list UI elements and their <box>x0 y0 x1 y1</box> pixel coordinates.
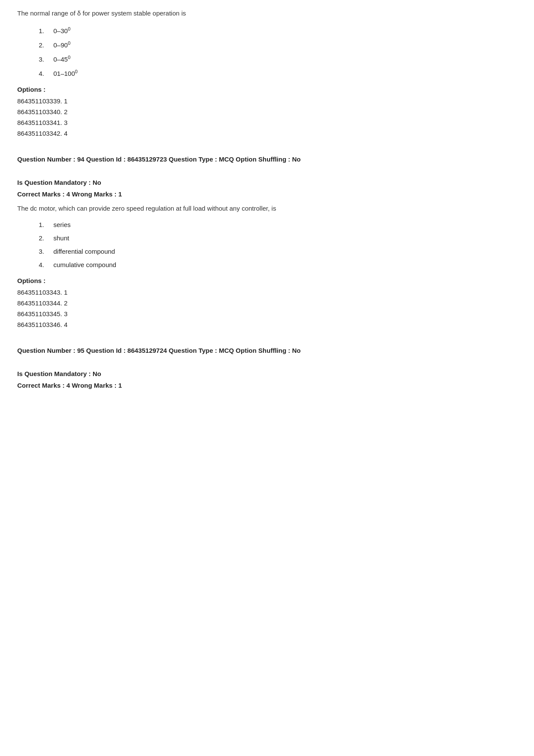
question-93-options-list: 1. 0–300 2. 0–900 3. 0–450 4. 01–1000 <box>39 26 517 77</box>
question-94-section: Question Number : 94 Question Id : 86435… <box>17 154 517 329</box>
option-id-item: 864351103346. 4 <box>17 321 517 328</box>
list-item: 4. 01–1000 <box>39 69 517 77</box>
option-number: 3. <box>39 248 47 255</box>
option-number: 2. <box>39 234 47 242</box>
option-number: 1. <box>39 27 47 34</box>
question-95-meta: Question Number : 95 Question Id : 86435… <box>17 345 517 356</box>
option-text: series <box>53 221 71 228</box>
option-text: 0–300 <box>53 26 71 34</box>
option-id-item: 864351103341. 3 <box>17 119 517 126</box>
option-number: 2. <box>39 41 47 49</box>
list-item: 2. shunt <box>39 234 517 242</box>
option-text: 0–450 <box>53 55 71 63</box>
option-text: 01–1000 <box>53 69 78 77</box>
option-id-item: 864351103345. 3 <box>17 310 517 317</box>
options-label-93: Options : <box>17 86 517 93</box>
options-label-94: Options : <box>17 277 517 284</box>
option-id-item: 864351103343. 1 <box>17 289 517 296</box>
option-text: cumulative compound <box>53 261 116 268</box>
list-item: 2. 0–900 <box>39 40 517 49</box>
option-ids-94: 864351103343. 1 864351103344. 2 86435110… <box>17 289 517 328</box>
option-id-item: 864351103340. 2 <box>17 108 517 115</box>
question-94-options-list: 1. series 2. shunt 3. differential compo… <box>39 221 517 268</box>
option-number: 4. <box>39 70 47 77</box>
question-95-marks: Correct Marks : 4 Wrong Marks : 1 <box>17 382 517 389</box>
option-text: 0–900 <box>53 40 71 49</box>
list-item: 3. differential compound <box>39 248 517 255</box>
option-number: 4. <box>39 261 47 268</box>
list-item: 1. series <box>39 221 517 228</box>
list-item: 4. cumulative compound <box>39 261 517 268</box>
list-item: 1. 0–300 <box>39 26 517 34</box>
option-number: 1. <box>39 221 47 228</box>
question-94-mandatory: Is Question Mandatory : No <box>17 177 517 188</box>
option-text: differential compound <box>53 248 115 255</box>
question-95-section: Question Number : 95 Question Id : 86435… <box>17 345 517 389</box>
option-id-item: 864351103344. 2 <box>17 299 517 307</box>
list-item: 3. 0–450 <box>39 55 517 63</box>
option-ids-93: 864351103339. 1 864351103340. 2 86435110… <box>17 97 517 137</box>
question-94-marks: Correct Marks : 4 Wrong Marks : 1 <box>17 190 517 198</box>
option-number: 3. <box>39 56 47 63</box>
question-93-section: The normal range of δ for power system s… <box>17 9 517 137</box>
option-text: shunt <box>53 234 69 242</box>
option-id-item: 864351103339. 1 <box>17 97 517 105</box>
option-id-item: 864351103342. 4 <box>17 130 517 137</box>
question-94-meta: Question Number : 94 Question Id : 86435… <box>17 154 517 165</box>
question-95-mandatory: Is Question Mandatory : No <box>17 369 517 379</box>
question-94-text: The dc motor, which can provide zero spe… <box>17 204 517 214</box>
question-93-text: The normal range of δ for power system s… <box>17 9 517 19</box>
